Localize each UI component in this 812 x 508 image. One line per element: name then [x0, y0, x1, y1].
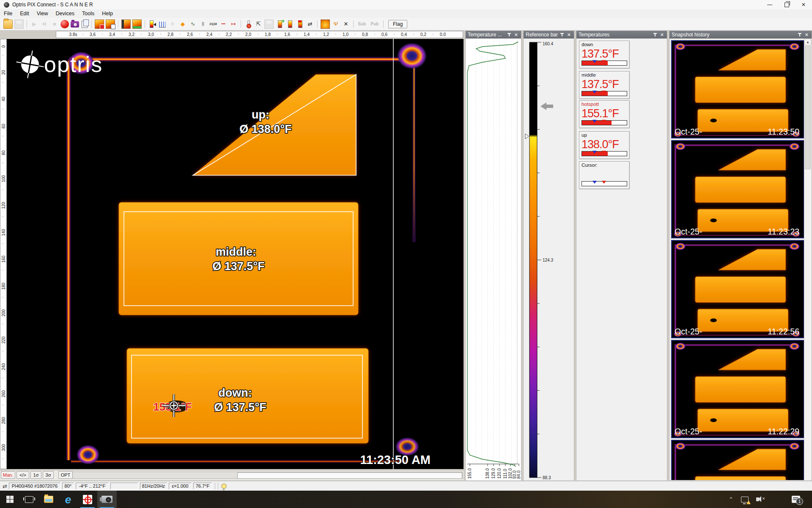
record-icon[interactable]: [60, 20, 69, 28]
time-tick: 1,6: [284, 32, 290, 37]
palette-red-icon[interactable]: [296, 20, 304, 28]
control-opt[interactable]: OPT: [58, 471, 73, 479]
title-bar: Optris PIX Connect - S C A N N E R — ✕: [0, 0, 812, 10]
min-marker-icon: [593, 60, 597, 63]
control-1sigma[interactable]: 1σ: [30, 471, 41, 479]
snapshot-item[interactable]: Oct-25- 11:23:50: [671, 40, 804, 138]
range-arrow-icon[interactable]: ↦: [229, 20, 238, 28]
max-marker-icon: [602, 151, 606, 154]
scan-controls: Man.</>1σ3σOPT: [0, 471, 464, 480]
scrollbar-thumb[interactable]: [237, 472, 462, 479]
reference-colorbar[interactable]: [529, 42, 537, 478]
plate-middle: [119, 202, 358, 315]
taskbar: e ⌃ 1: [0, 491, 812, 508]
thermal-image[interactable]: 155.1°F up: Ø 138.0°F middle: Ø 137.5°F …: [7, 39, 464, 469]
camera-app-button[interactable]: [97, 491, 117, 508]
level-marker-icon[interactable]: [525, 134, 529, 139]
control-3sigma[interactable]: 3σ: [43, 471, 54, 479]
thermometer-icon[interactable]: [244, 20, 252, 28]
close-icon[interactable]: ✕: [514, 32, 518, 38]
ref-max-label: 160.4: [543, 41, 553, 46]
time-ruler: 3.8s·3,6·3,4·3,2·3,0·2,8·2,6·2,4·2,2·2,0…: [56, 31, 463, 38]
tray-expand-icon[interactable]: ⌃: [729, 496, 733, 502]
temperature-card-hotspott[interactable]: hotspott155.1°F: [579, 100, 630, 128]
svg-text:11:23:23: 11:23:23: [768, 227, 799, 236]
temperature-card-down[interactable]: down137.5°F: [579, 41, 630, 69]
thermal-layout-icon[interactable]: [132, 19, 142, 29]
menu-bar: FileEditViewDevicesToolsHelp: [0, 9, 812, 18]
restore-button[interactable]: [778, 0, 795, 9]
thermal-zoom-icon[interactable]: [95, 19, 104, 29]
toolbar-separator: [118, 20, 118, 28]
file-explorer-button[interactable]: [39, 491, 58, 508]
snapshot-camera-icon[interactable]: [71, 21, 79, 28]
reference-arrow-icon[interactable]: [540, 102, 553, 110]
action-center-icon[interactable]: 1: [792, 496, 800, 503]
task-view-button[interactable]: [19, 491, 39, 508]
frame-rate: 81Hz/20Hz: [140, 483, 167, 489]
volume-muted-icon[interactable]: [756, 497, 763, 501]
pin-icon[interactable]: [653, 33, 657, 37]
network-icon[interactable]: [741, 497, 749, 502]
snapshot-item[interactable]: Oct-25- 11:22:56: [671, 240, 804, 338]
menu-edit[interactable]: Edit: [16, 10, 33, 17]
menu-tools[interactable]: Tools: [78, 10, 98, 17]
scroll-up-icon[interactable]: ▲: [804, 39, 811, 45]
temperature-card-up[interactable]: up138.0°F: [579, 131, 630, 159]
time-tick: 3,0: [148, 32, 154, 37]
flag-button[interactable]: Flag: [388, 20, 407, 28]
time-tick: 0,2: [420, 32, 426, 37]
swap-arrows-icon[interactable]: ⇄: [306, 20, 314, 28]
internet-explorer-button[interactable]: e: [58, 491, 78, 508]
pin-icon[interactable]: [507, 33, 511, 37]
reference-bar-panel: Reference bar ✕ 160.4 124.3 88.3: [523, 30, 574, 481]
device-fan-icon: ✳: [168, 20, 177, 28]
thermal-copy-icon[interactable]: [106, 19, 115, 29]
max-marker-icon: [602, 120, 606, 123]
time-tick: 2,2: [226, 32, 232, 37]
open-file-icon[interactable]: [3, 19, 13, 29]
start-button[interactable]: [0, 491, 19, 508]
snapshot-item[interactable]: Oct-25- 11:22:29: [671, 340, 804, 438]
control-man[interactable]: Man.: [1, 471, 15, 479]
palette-arrow-icon[interactable]: [148, 20, 156, 28]
image-horizontal-scrollbar[interactable]: [69, 472, 463, 479]
cross-arrows-icon[interactable]: ✕: [342, 20, 350, 28]
copy-icon[interactable]: [82, 21, 88, 28]
brace-icon[interactable]: {|: [199, 20, 207, 28]
minimize-button[interactable]: —: [761, 0, 778, 9]
fullscreen-icon[interactable]: ⇱: [254, 20, 263, 28]
lamp-icon[interactable]: [221, 483, 227, 489]
menu-devices[interactable]: Devices: [52, 10, 78, 17]
card-label: down: [582, 42, 627, 47]
temperature-card-cursor[interactable]: Cursor:: [579, 161, 630, 189]
flame-icon[interactable]: ◆: [178, 20, 187, 28]
close-icon[interactable]: ✕: [567, 32, 571, 38]
close-button[interactable]: ✕: [795, 0, 812, 9]
scrollbar-thumb[interactable]: [805, 46, 811, 169]
control-step[interactable]: </>: [16, 471, 29, 479]
thermal-window-icon[interactable]: [121, 19, 131, 29]
pin-icon[interactable]: [798, 33, 802, 37]
toolbar-separator: [241, 20, 241, 28]
scale-values-icon[interactable]: 21|18: [209, 20, 217, 28]
snapshot-item[interactable]: [671, 440, 804, 480]
histogram-icon[interactable]: [158, 20, 167, 28]
pin-icon[interactable]: [560, 33, 564, 37]
palette-add-icon[interactable]: [275, 20, 284, 28]
close-icon[interactable]: ✕: [660, 32, 664, 38]
line-chart-icon[interactable]: ∿: [189, 20, 197, 28]
temperature-card-middle[interactable]: middle137.5°F: [579, 71, 630, 99]
pix-connect-button[interactable]: [78, 491, 97, 508]
menu-view[interactable]: View: [33, 10, 52, 17]
palette-icon[interactable]: [285, 20, 294, 28]
snapshot-scrollbar[interactable]: ▲: [804, 39, 811, 480]
isotherm-bars-icon[interactable]: ▪▪▪: [219, 20, 228, 28]
menu-help[interactable]: Help: [98, 10, 117, 17]
hotspot-icon[interactable]: [321, 19, 330, 29]
time-tick: 1,2: [323, 32, 329, 37]
menu-file[interactable]: File: [0, 10, 16, 17]
antenna-icon[interactable]: Ψ: [332, 20, 340, 28]
close-icon[interactable]: ✕: [805, 32, 809, 38]
snapshot-item[interactable]: Oct-25- 11:23:23: [671, 140, 804, 238]
